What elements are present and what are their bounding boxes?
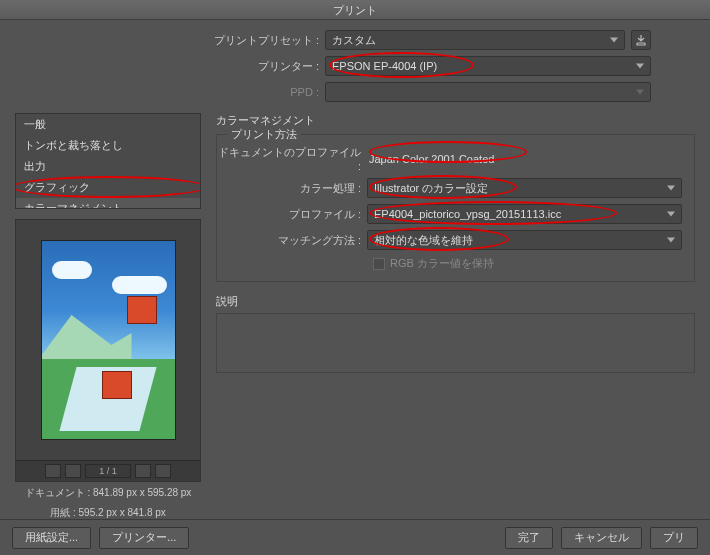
- doc-profile-label: ドキュメントのプロファイル :: [217, 145, 367, 172]
- doc-dimensions: ドキュメント : 841.89 px x 595.28 px: [15, 482, 201, 502]
- nav-next-icon[interactable]: [135, 464, 151, 478]
- color-mgmt-title: カラーマネジメント: [216, 113, 695, 128]
- preset-value: カスタム: [332, 33, 376, 48]
- printer-select[interactable]: EPSON EP-4004 (IP): [325, 56, 651, 76]
- nav-last-icon[interactable]: [155, 464, 171, 478]
- description-box: [216, 313, 695, 373]
- section-item-graphics[interactable]: グラフィック: [16, 177, 200, 198]
- top-form: プリントプリセット : カスタム プリンター : EPSON EP-4004 (…: [0, 20, 710, 113]
- print-method-fieldset: プリント方法 ドキュメントのプロファイル : Japan Color 2001 …: [216, 134, 695, 282]
- nav-prev-icon[interactable]: [65, 464, 81, 478]
- section-item-output[interactable]: 出力: [16, 156, 200, 177]
- render-intent-select[interactable]: 相対的な色域を維持: [367, 230, 682, 250]
- preview-artwork: [41, 240, 176, 440]
- print-method-legend: プリント方法: [227, 127, 301, 142]
- description-label: 説明: [216, 294, 695, 309]
- page-indicator: 1 / 1: [85, 464, 131, 478]
- print-button[interactable]: プリ: [650, 527, 698, 549]
- preview-canvas: [16, 220, 200, 460]
- ppd-select: [325, 82, 651, 102]
- done-button[interactable]: 完了: [505, 527, 553, 549]
- cancel-button[interactable]: キャンセル: [561, 527, 642, 549]
- printer-setup-button[interactable]: プリンター...: [99, 527, 189, 549]
- page-setup-button[interactable]: 用紙設定...: [12, 527, 91, 549]
- render-intent-value: 相対的な色域を維持: [374, 233, 473, 248]
- profile-label: プロファイル :: [217, 207, 367, 222]
- preserve-rgb-label: RGB カラー値を保持: [390, 256, 494, 271]
- section-list: 一般 トンボと裁ち落とし 出力 グラフィック カラーマネジメント 詳細 設定内容: [15, 113, 201, 209]
- preserve-rgb-checkbox: [373, 258, 385, 270]
- color-handling-value: Illustrator のカラー設定: [374, 181, 488, 196]
- render-intent-label: マッチング方法 :: [217, 233, 367, 248]
- window-title: プリント: [0, 0, 710, 20]
- color-handling-label: カラー処理 :: [217, 181, 367, 196]
- preview-nav: 1 / 1: [16, 460, 200, 481]
- footer: 用紙設定... プリンター... 完了 キャンセル プリ: [0, 519, 710, 555]
- printer-value: EPSON EP-4004 (IP): [332, 60, 437, 72]
- section-item-marks[interactable]: トンボと裁ち落とし: [16, 135, 200, 156]
- save-preset-icon[interactable]: [631, 30, 651, 50]
- section-item-colormgmt[interactable]: カラーマネジメント: [16, 198, 200, 209]
- preview-panel: 1 / 1: [15, 219, 201, 482]
- preset-select[interactable]: カスタム: [325, 30, 625, 50]
- preset-label: プリントプリセット :: [20, 33, 325, 48]
- profile-select[interactable]: EP4004_pictorico_ypsg_20151113.icc: [367, 204, 682, 224]
- doc-profile-value: Japan Color 2001 Coated: [367, 153, 494, 165]
- profile-value: EP4004_pictorico_ypsg_20151113.icc: [374, 208, 561, 220]
- ppd-label: PPD :: [20, 86, 325, 98]
- color-handling-select[interactable]: Illustrator のカラー設定: [367, 178, 682, 198]
- preserve-rgb-row: RGB カラー値を保持: [217, 256, 682, 271]
- printer-label: プリンター :: [20, 59, 325, 74]
- nav-first-icon[interactable]: [45, 464, 61, 478]
- section-item-general[interactable]: 一般: [16, 114, 200, 135]
